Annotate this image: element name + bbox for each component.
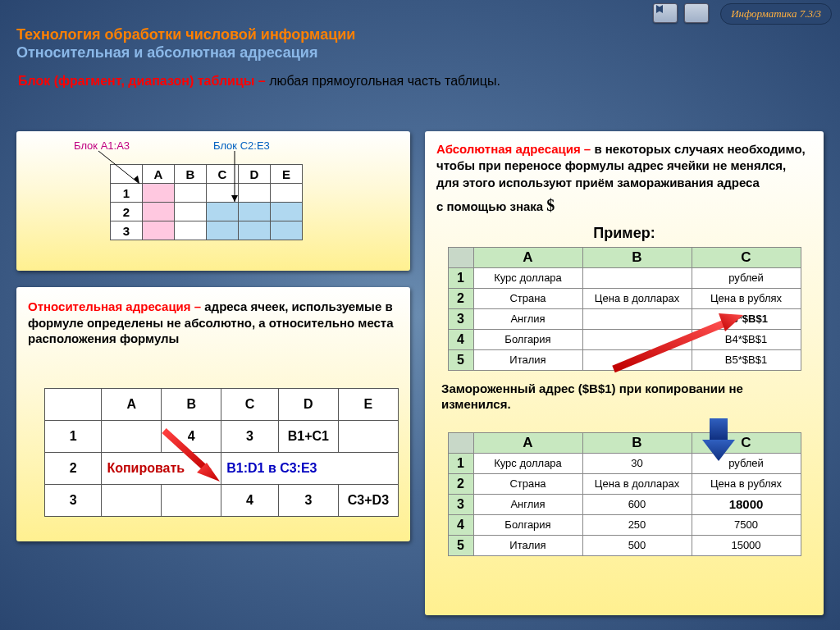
col-A: A (473, 247, 582, 267)
prev-button[interactable] (653, 3, 678, 23)
grid-relative: A B C D E 1 4 3 B1+C1 2 Копировать B1:D1… (44, 388, 399, 517)
t1-b3 (582, 308, 692, 329)
row-2: 2 (45, 452, 102, 484)
label-block-a1a3: Блок A1:A3 (74, 139, 130, 152)
col-D: D (239, 165, 271, 184)
panel-block-example: Блок A1:A3 Блок C2:E3 A B C D E 1 2 3 (16, 131, 410, 271)
corner (111, 165, 143, 184)
block-definition: Блок (фрагмент, диапазон) таблицы – люба… (18, 74, 500, 89)
row-1: 1 (448, 453, 473, 473)
t1-b1 (582, 267, 692, 288)
t2-b4: 250 (582, 514, 692, 535)
t2-a2: Страна (473, 473, 582, 494)
col-C: C (207, 165, 239, 184)
relative-def: Относительная адресация – адреса ячеек, … (28, 299, 399, 347)
t1-a2: Страна (473, 288, 582, 308)
absolute-def: Абсолютная адресация – в некоторых случа… (436, 141, 812, 191)
t1-c5: B5*$B$1 (692, 349, 801, 370)
heading-main: Технология обработки числовой информации (16, 26, 355, 43)
t2-b5: 500 (582, 535, 692, 555)
t1-c3: B3*$B$1 (692, 308, 801, 329)
cell (175, 221, 207, 240)
panel-relative: Относительная адресация – адреса ячеек, … (16, 287, 410, 541)
col-C: C (692, 247, 801, 267)
row-2: 2 (448, 288, 473, 308)
cell-d2 (239, 203, 271, 221)
cell-a1 (143, 184, 175, 203)
col-C: C (221, 388, 279, 420)
t1-b2: Цена в долларах (582, 288, 692, 308)
t1-a5: Италия (473, 349, 582, 370)
cell (239, 184, 271, 203)
row-3: 3 (45, 484, 102, 516)
row-3: 3 (448, 308, 473, 329)
t1-a1: Курс доллара (473, 267, 582, 288)
corner (45, 388, 102, 420)
t1-c4: B4*$B$1 (692, 329, 801, 349)
grid-blocks: A B C D E 1 2 3 (110, 164, 303, 240)
t2-c1: рублей (692, 453, 801, 473)
t2-c4: 7500 (692, 514, 801, 535)
label-block-c2e3: Блок C2:E3 (213, 139, 270, 152)
t2-b2: Цена в долларах (582, 473, 692, 494)
t1-c1: рублей (692, 267, 801, 288)
row-1: 1 (45, 420, 102, 452)
table-example-1: ABC 1Курс долларарублей 2СтранаЦена в до… (448, 247, 801, 371)
t1-a3: Англия (473, 308, 582, 329)
row-3: 3 (448, 494, 473, 514)
cell (102, 420, 162, 452)
row-5: 5 (448, 535, 473, 555)
arrow-left-icon (653, 3, 666, 15)
cell (207, 184, 239, 203)
t1-c2: Цена в рублях (692, 288, 801, 308)
cell-b1: 4 (162, 420, 221, 452)
t2-a1: Курс доллара (473, 453, 582, 473)
t1-b5 (582, 349, 692, 370)
cell-d1: B1+C1 (278, 420, 338, 452)
col-B: B (175, 165, 207, 184)
table-example-2: ABC 1Курс доллара30рублей 2СтранаЦена в … (448, 432, 801, 556)
cell-c2 (207, 203, 239, 221)
t2-a5: Италия (473, 535, 582, 555)
col-B: B (582, 247, 692, 267)
cell-d3: 3 (278, 484, 338, 516)
abs-text2: с помощью знака (436, 199, 546, 213)
row-2: 2 (111, 203, 143, 221)
col-B: B (162, 388, 221, 420)
t2-a4: Болгария (473, 514, 582, 535)
row-4: 4 (448, 514, 473, 535)
col-D: D (278, 388, 338, 420)
heading-sub: Относительная и абсолютная адресация (16, 44, 317, 62)
cell-e3 (271, 221, 303, 240)
cell-range: B1:D1 в C3:E3 (221, 452, 399, 484)
next-button[interactable] (684, 3, 709, 23)
abs-lead: Абсолютная адресация – (436, 142, 594, 156)
t2-c3: 18000 (692, 494, 801, 514)
row-2: 2 (448, 473, 473, 494)
cell (162, 484, 221, 516)
cell (102, 484, 162, 516)
page-badge: Информатика 7.3/3 (720, 3, 832, 25)
row-1: 1 (448, 267, 473, 288)
cell (175, 184, 207, 203)
col-A: A (473, 432, 582, 453)
dollar-sign: $ (546, 196, 555, 214)
cell (175, 203, 207, 221)
t1-a4: Болгария (473, 329, 582, 349)
t2-b3: 600 (582, 494, 692, 514)
t2-c2: Цена в рублях (692, 473, 801, 494)
cell-e3: C3+D3 (338, 484, 398, 516)
cell-a3 (143, 221, 175, 240)
t2-b1: 30 (582, 453, 692, 473)
example-label: Пример: (436, 225, 812, 242)
col-B: B (582, 432, 692, 453)
cell-d3 (239, 221, 271, 240)
svg-marker-0 (656, 5, 663, 13)
col-E: E (338, 388, 398, 420)
rel-lead: Относительная адресация – (28, 299, 204, 313)
cell-c1: 3 (221, 420, 279, 452)
row-5: 5 (448, 349, 473, 370)
row-3: 3 (111, 221, 143, 240)
cell-c3: 4 (221, 484, 279, 516)
cell-a2 (143, 203, 175, 221)
